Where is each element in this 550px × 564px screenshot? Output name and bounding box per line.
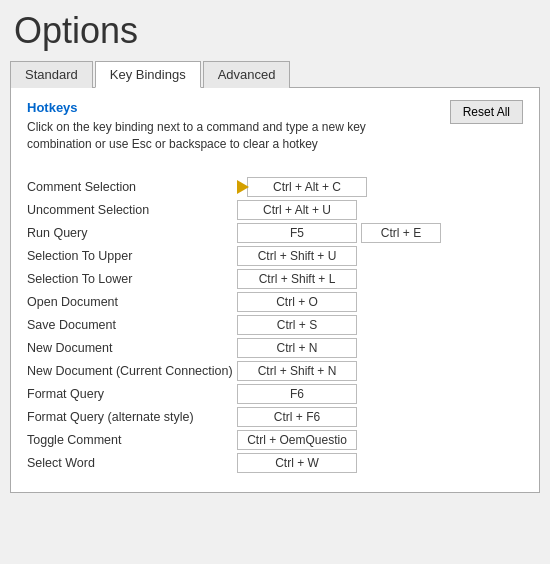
tab-advanced[interactable]: Advanced [203, 61, 291, 88]
key-binding-box[interactable]: Ctrl + Shift + L [237, 269, 357, 289]
reset-all-button[interactable]: Reset All [450, 100, 523, 124]
table-row: Selection To UpperCtrl + Shift + U [27, 246, 523, 266]
key-binding-box[interactable]: F6 [237, 384, 357, 404]
tab-standard[interactable]: Standard [10, 61, 93, 88]
tabs-bar: Standard Key Bindings Advanced [10, 60, 540, 88]
key-binding-box[interactable]: Ctrl + N [237, 338, 357, 358]
cursor-icon [237, 180, 249, 194]
command-label: Save Document [27, 318, 237, 332]
command-label: Selection To Lower [27, 272, 237, 286]
key-binding-box[interactable]: F5 [237, 223, 357, 243]
key-binding-box[interactable]: Ctrl + Alt + C [247, 177, 367, 197]
page-title: Options [10, 10, 540, 52]
table-row: Toggle CommentCtrl + OemQuestio [27, 430, 523, 450]
key-binding-box[interactable]: Ctrl + Alt + U [237, 200, 357, 220]
command-label: Toggle Comment [27, 433, 237, 447]
command-label: Open Document [27, 295, 237, 309]
table-row: Format Query (alternate style)Ctrl + F6 [27, 407, 523, 427]
main-panel: Hotkeys Click on the key binding next to… [10, 88, 540, 493]
table-row: Comment SelectionCtrl + Alt + C [27, 177, 523, 197]
key-binding-box[interactable]: Ctrl + Shift + U [237, 246, 357, 266]
command-label: New Document [27, 341, 237, 355]
command-label: Format Query [27, 387, 237, 401]
table-row: Selection To LowerCtrl + Shift + L [27, 269, 523, 289]
command-label: Format Query (alternate style) [27, 410, 237, 424]
table-row: Save DocumentCtrl + S [27, 315, 523, 335]
table-row: Run QueryF5Ctrl + E [27, 223, 523, 243]
key-binding-box[interactable]: Ctrl + OemQuestio [237, 430, 357, 450]
command-label: Comment Selection [27, 180, 237, 194]
key-binding-box[interactable]: Ctrl + F6 [237, 407, 357, 427]
key-binding-box[interactable]: Ctrl + O [237, 292, 357, 312]
keybinding-list: Comment SelectionCtrl + Alt + CUncomment… [27, 177, 523, 473]
key-binding-box[interactable]: Ctrl + Shift + N [237, 361, 357, 381]
table-row: New DocumentCtrl + N [27, 338, 523, 358]
command-label: Select Word [27, 456, 237, 470]
table-row: Select WordCtrl + W [27, 453, 523, 473]
table-row: Open DocumentCtrl + O [27, 292, 523, 312]
command-label: Run Query [27, 226, 237, 240]
tab-keybindings[interactable]: Key Bindings [95, 61, 201, 88]
section-title: Hotkeys [27, 100, 367, 115]
table-row: New Document (Current Connection)Ctrl + … [27, 361, 523, 381]
key-binding-box[interactable]: Ctrl + W [237, 453, 357, 473]
section-description: Click on the key binding next to a comma… [27, 119, 367, 153]
key-binding-box[interactable]: Ctrl + S [237, 315, 357, 335]
command-label: Selection To Upper [27, 249, 237, 263]
table-row: Uncomment SelectionCtrl + Alt + U [27, 200, 523, 220]
command-label: Uncomment Selection [27, 203, 237, 217]
alt-key-binding-box[interactable]: Ctrl + E [361, 223, 441, 243]
table-row: Format QueryF6 [27, 384, 523, 404]
command-label: New Document (Current Connection) [27, 364, 237, 378]
